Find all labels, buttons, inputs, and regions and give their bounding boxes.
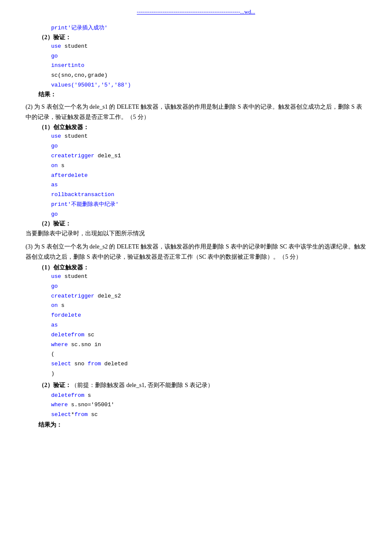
select-sc-kw: select bbox=[51, 411, 71, 418]
on3-s: s bbox=[58, 302, 65, 309]
code-rollback: rollbacktransaction bbox=[26, 191, 366, 199]
create-trigger-label-text: （1）创立触发器： bbox=[38, 124, 89, 130]
code-sc-fields: sc(sno,cno,grade) bbox=[26, 71, 366, 80]
verify2-content: 当要删除表中记录时，出现如以下图所示情况 bbox=[26, 230, 145, 237]
code-deletefrom-s: deletefrom s bbox=[26, 391, 366, 400]
result3-label-text: 结果为： bbox=[38, 422, 62, 428]
header-text: ----------------------------------------… bbox=[137, 9, 255, 15]
result-label: 结果： bbox=[26, 91, 366, 98]
create-trigger-label3: （1）创立触发器： bbox=[26, 264, 366, 272]
verify3-label-text: （2）验证： bbox=[38, 382, 71, 388]
createtrigger2-kw: createtrigger bbox=[51, 153, 94, 159]
code-print-no-delete: print'不能删除表中纪录' bbox=[26, 200, 366, 209]
sc-fields-text: sc(sno,cno,grade) bbox=[51, 71, 366, 80]
deletefrom-s-kw: deletefrom bbox=[51, 392, 84, 399]
student-text: student bbox=[61, 43, 87, 49]
create-trigger-label: （1）创立触发器： bbox=[26, 124, 366, 131]
deleted-text: deleted bbox=[101, 361, 127, 367]
createtrigger3-kw: createtrigger bbox=[51, 293, 94, 299]
section2-content: (2) 为 S 表创立一个名为 dele_s1 的 DELETE 触发器，该触发… bbox=[26, 104, 362, 120]
paren-open-text: ( bbox=[51, 350, 366, 359]
result-label-text: 结果： bbox=[38, 91, 56, 98]
code-values: values('95001','5','88') bbox=[26, 81, 366, 90]
section2-text: (2) 为 S 表创立一个名为 dele_s1 的 DELETE 触发器，该触发… bbox=[26, 102, 366, 122]
go2-text: go bbox=[51, 142, 366, 151]
where-s-rest: s.sno='95001' bbox=[68, 402, 114, 408]
verify2-section: （2）验证： bbox=[26, 34, 366, 41]
select-sno-rest: sno bbox=[71, 361, 88, 367]
verify2-label2: （2）验证： bbox=[26, 220, 366, 228]
section3-text: (3) 为 S 表创立一个名为 dele_s2 的 DELETE 触发器，该触发… bbox=[26, 242, 366, 262]
rollback-text: rollbacktransaction bbox=[51, 191, 366, 199]
select-kw: select bbox=[51, 361, 71, 367]
use-keyword: use bbox=[51, 43, 61, 49]
go3-text: go bbox=[51, 210, 366, 219]
code-go3: go bbox=[26, 210, 366, 219]
code-on3: on s bbox=[26, 301, 366, 310]
on2-kw: on bbox=[51, 162, 58, 169]
verify2-label: （2）验证： bbox=[38, 34, 71, 40]
use2-student: student bbox=[61, 133, 87, 139]
verify3-label: （2）验证：（前提：删除触发器 dele_s1, 否则不能删除 S 表记录） bbox=[26, 380, 366, 390]
use3-student: student bbox=[61, 273, 87, 280]
verify2-text: 当要删除表中记录时，出现如以下图所示情况 bbox=[26, 228, 366, 239]
create-trigger-label3-text: （1）创立触发器： bbox=[38, 264, 89, 271]
createtrigger3-name: dele_s2 bbox=[94, 293, 121, 299]
as2-text: as bbox=[51, 181, 366, 190]
code-createtrigger2: createtrigger dele_s1 bbox=[26, 152, 366, 161]
code-where-s: where s.sno='95001' bbox=[26, 401, 366, 410]
deletefrom-kw: deletefrom bbox=[51, 332, 84, 338]
on2-s: s bbox=[58, 162, 65, 169]
use2-kw: use bbox=[51, 133, 61, 139]
code-go: go bbox=[26, 52, 366, 61]
from-sc-kw: from bbox=[75, 411, 88, 418]
code-insertinto: insertinto bbox=[26, 61, 366, 70]
as3-text: as bbox=[51, 321, 366, 330]
code-paren-close: ) bbox=[26, 370, 366, 379]
code-as3: as bbox=[26, 321, 366, 330]
from-sc-rest: sc bbox=[88, 411, 98, 418]
code-use-student: use student bbox=[26, 42, 366, 51]
afterdelete-text: afterdelete bbox=[51, 171, 366, 180]
code-use2: use student bbox=[26, 132, 366, 141]
values-text: values('95001','5','88') bbox=[51, 81, 366, 90]
header-line: ----------------------------------------… bbox=[26, 9, 366, 15]
select-sc-rest: * bbox=[71, 411, 75, 418]
code-deletefrom: deletefrom sc bbox=[26, 331, 366, 340]
where1-kw: where bbox=[51, 341, 68, 348]
code-go2: go bbox=[26, 142, 366, 151]
where1-rest: sc.sno in bbox=[68, 341, 101, 348]
insertinto-text: insertinto bbox=[51, 61, 366, 70]
code-select-sno: select sno from deleted bbox=[26, 360, 366, 369]
verify3-subtext: （前提：删除触发器 dele_s1, 否则不能删除 S 表记录） bbox=[71, 382, 213, 388]
use3-kw: use bbox=[51, 273, 61, 280]
code-where1: where sc.sno in bbox=[26, 341, 366, 350]
code-createtrigger3: createtrigger dele_s2 bbox=[26, 292, 366, 301]
deletefrom-s-rest: s bbox=[84, 392, 91, 399]
go-text: go bbox=[51, 52, 366, 61]
print-success-text: print'记录插入成功' bbox=[51, 24, 366, 33]
code-fordelete: fordelete bbox=[26, 311, 366, 320]
on3-kw: on bbox=[51, 302, 58, 309]
from-kw: from bbox=[88, 361, 101, 367]
fordelete-text: fordelete bbox=[51, 311, 366, 320]
code-select-from-sc: select*from sc bbox=[26, 410, 366, 419]
code-go4: go bbox=[26, 282, 366, 291]
go4-text: go bbox=[51, 282, 366, 291]
code-paren-open: ( bbox=[26, 350, 366, 359]
code-use3: use student bbox=[26, 272, 366, 281]
print-no-delete-text: print'不能删除表中纪录' bbox=[51, 200, 366, 209]
section3-content: (3) 为 S 表创立一个名为 dele_s2 的 DELETE 触发器，该触发… bbox=[26, 243, 366, 260]
code-on2: on s bbox=[26, 162, 366, 171]
paren-close-text: ) bbox=[51, 370, 366, 379]
result3-label: 结果为： bbox=[26, 421, 366, 429]
code-afterdelete: afterdelete bbox=[26, 171, 366, 180]
deletefrom-sc: sc bbox=[84, 332, 94, 338]
createtrigger2-name: dele_s1 bbox=[94, 153, 121, 159]
where-s-kw: where bbox=[51, 402, 68, 408]
code-print-success: print'记录插入成功' bbox=[26, 24, 366, 33]
code-as2: as bbox=[26, 181, 366, 190]
verify2-label2-text: （2）验证： bbox=[38, 220, 71, 227]
